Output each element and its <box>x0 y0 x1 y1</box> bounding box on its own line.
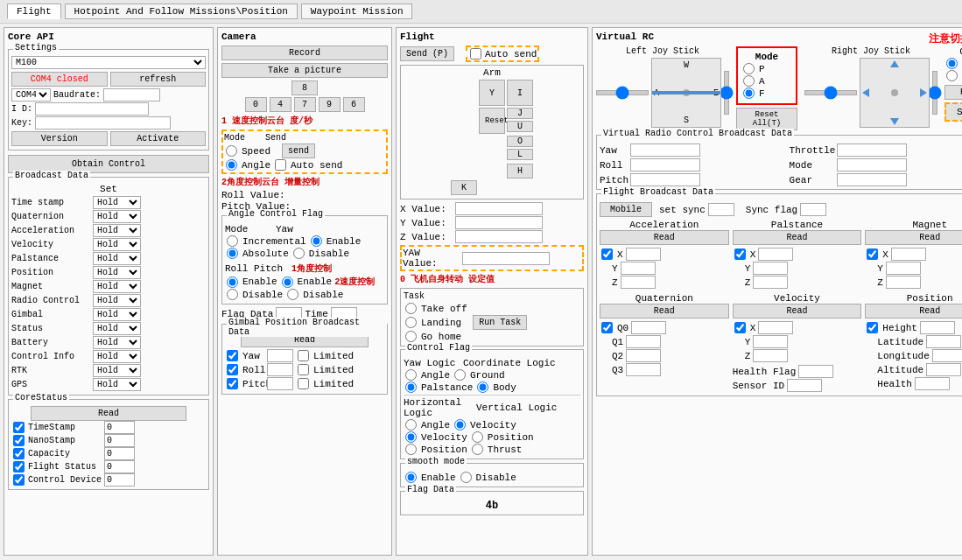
o-btn[interactable]: O <box>507 136 533 147</box>
field-select[interactable]: Hold <box>93 294 141 307</box>
field-select[interactable]: Hold <box>93 280 141 293</box>
roll-enable-radio[interactable] <box>227 276 238 288</box>
yaw-b-input[interactable] <box>630 144 700 157</box>
mobile-btn[interactable]: Mobile <box>600 202 652 217</box>
yaw-angle-radio[interactable] <box>405 369 417 381</box>
q3-input[interactable]: 0 <box>626 363 661 376</box>
yaw-disable-radio[interactable] <box>293 248 305 259</box>
left-joy-h-slider[interactable] <box>596 90 649 95</box>
run-task-btn[interactable]: Run Task <box>473 315 527 330</box>
status-check[interactable] <box>13 422 25 433</box>
auto-send-flight-check[interactable] <box>470 48 481 60</box>
vel-read-btn[interactable]: Read <box>733 304 862 318</box>
palstance-radio[interactable] <box>405 382 417 393</box>
pals-x-check[interactable] <box>734 248 746 260</box>
quat-read-btn[interactable]: Read <box>600 304 729 318</box>
vel-x-input[interactable]: 0 <box>758 321 793 334</box>
field-select[interactable]: Hold <box>93 238 141 251</box>
field-select[interactable]: Hold <box>93 378 141 391</box>
y-value-input[interactable]: 0 <box>455 216 543 229</box>
pitch-gimbal-check[interactable] <box>227 378 238 389</box>
x-value-input[interactable]: 0 <box>455 202 543 215</box>
z-value-input[interactable]: 0 <box>455 230 543 243</box>
absolute-radio[interactable] <box>227 248 238 259</box>
record-btn[interactable]: Record <box>221 46 388 60</box>
angle-radio[interactable] <box>226 159 237 171</box>
status-value-input[interactable] <box>104 421 135 434</box>
j-btn[interactable]: J <box>507 108 533 119</box>
status-check[interactable] <box>13 448 25 459</box>
pitch-b-input[interactable] <box>630 173 700 186</box>
v-velocity-radio[interactable] <box>454 419 466 430</box>
yaw-gimbal-check[interactable] <box>227 350 238 361</box>
mag-y-input[interactable]: 0 <box>886 262 921 275</box>
version-btn[interactable]: Version <box>11 131 108 146</box>
field-select[interactable]: Hold <box>93 266 141 279</box>
take-picture-btn[interactable]: Take a picture <box>221 63 388 78</box>
key-input[interactable]: ca74a67a432ad20847031a6780c <box>35 116 171 130</box>
auto-send-check[interactable] <box>275 159 286 171</box>
l-btn[interactable]: L <box>507 149 533 160</box>
v-position-radio[interactable] <box>472 431 483 443</box>
pitch-gimbal-input[interactable]: 0 <box>267 377 293 390</box>
activate-btn[interactable]: Activate <box>110 131 207 146</box>
com-port-select[interactable]: COM4 <box>11 88 51 102</box>
gear-b-input[interactable] <box>837 173 907 186</box>
yaw-value-input[interactable]: 0 <box>462 252 550 265</box>
body-radio[interactable] <box>477 382 488 393</box>
q0-input[interactable]: 0 <box>631 321 666 334</box>
u-btn[interactable]: U <box>507 121 533 132</box>
reset-all-btn[interactable]: Reset All(T) <box>736 108 797 130</box>
num-7-btn[interactable]: 7 <box>294 97 316 112</box>
status-check[interactable] <box>13 474 25 486</box>
y-btn[interactable]: Y <box>479 80 505 106</box>
cam-send-btn[interactable]: send <box>282 144 315 158</box>
speed-radio[interactable] <box>226 145 237 157</box>
roll-disable-radio[interactable] <box>227 289 238 300</box>
sm-disable-radio[interactable] <box>460 472 472 483</box>
status-value-input[interactable] <box>104 434 135 447</box>
mode-b-input[interactable] <box>837 158 907 172</box>
mag-x-input[interactable]: 0 <box>891 248 926 261</box>
num-8-btn[interactable]: 8 <box>291 80 318 95</box>
sensor-id-input[interactable]: 0 <box>787 379 822 392</box>
right-joy-h-slider[interactable] <box>804 90 857 95</box>
field-select[interactable]: Hold <box>93 252 141 265</box>
health-flag-input[interactable]: 0 <box>798 365 833 378</box>
roll-gimbal-check[interactable] <box>227 364 238 375</box>
sync-flag-input[interactable]: 0 <box>800 203 826 216</box>
q2-input[interactable]: 0 <box>626 349 661 362</box>
q0-check[interactable] <box>601 322 613 333</box>
incremental-radio[interactable] <box>227 235 238 247</box>
num-9-btn[interactable]: 9 <box>319 97 341 112</box>
right-joy-v-slider[interactable] <box>932 71 937 115</box>
vel-z-input[interactable]: 0 <box>753 349 788 362</box>
field-select[interactable]: Hold <box>93 364 141 377</box>
accel-x-input[interactable]: 0 <box>626 248 661 261</box>
i-btn[interactable]: I <box>507 80 533 106</box>
take-off-radio[interactable] <box>405 303 417 314</box>
model-select[interactable]: M100 <box>11 56 206 69</box>
mode-p-radio[interactable] <box>743 63 755 74</box>
pos-lon-input[interactable]: 0 <box>932 349 962 362</box>
pos-read-btn[interactable]: Read <box>865 304 962 318</box>
vrc-read-btn[interactable]: Read <box>944 85 962 100</box>
status-check[interactable] <box>13 461 25 472</box>
pals-read-btn[interactable]: Read <box>733 230 862 245</box>
gear-down-radio[interactable] <box>946 70 958 81</box>
mag-x-check[interactable] <box>867 248 878 260</box>
num-6-btn[interactable]: 6 <box>343 97 365 112</box>
field-select[interactable]: Hold <box>93 196 141 209</box>
start-btn[interactable]: Start <box>944 102 962 122</box>
health-input[interactable]: 0 <box>915 377 950 390</box>
status-check[interactable] <box>13 435 25 446</box>
pitch-limited-check[interactable] <box>298 378 309 389</box>
accel-x-check[interactable] <box>601 248 613 260</box>
field-select[interactable]: Hold <box>93 308 141 321</box>
throttle-b-input[interactable] <box>837 144 907 157</box>
reset-btn[interactable]: Reset <box>479 108 505 134</box>
h-velocity-radio[interactable] <box>405 431 417 443</box>
vel-x-check[interactable] <box>734 322 746 333</box>
q1-input[interactable]: 0 <box>626 335 661 348</box>
tab-flight[interactable]: Flight <box>7 4 61 19</box>
